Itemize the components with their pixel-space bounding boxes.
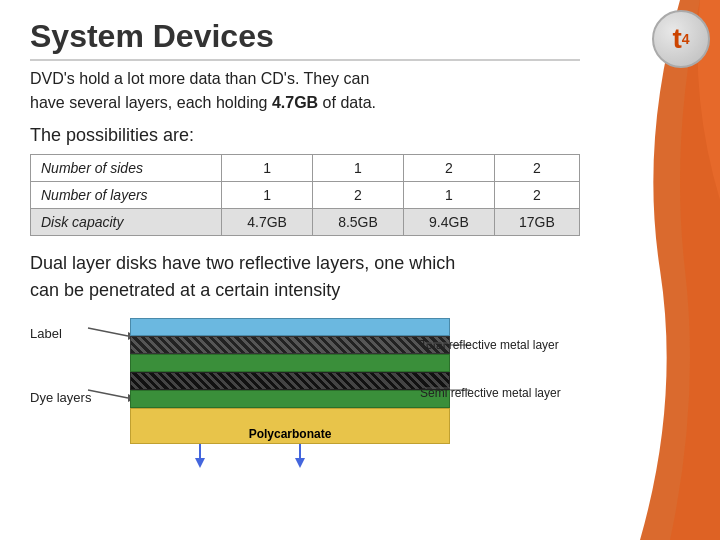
layer-label [130, 318, 450, 336]
table-row-layers: Number of layers 1 2 1 2 [31, 182, 580, 209]
row-sides-col2: 1 [313, 155, 404, 182]
logo-text: t [672, 23, 681, 55]
row-layers-col3: 1 [403, 182, 494, 209]
right-label-total: Total reflective metal layer [420, 338, 580, 352]
intro-bold: 4.7GB [272, 94, 318, 111]
possibilities-heading: The possibilities are: [30, 125, 580, 146]
intro-line2end: of data. [318, 94, 376, 111]
layer-semi-reflective [130, 372, 450, 390]
row-layers-col4: 2 [494, 182, 579, 209]
intro-line1: DVD's hold a lot more data than CD's. Th… [30, 70, 369, 87]
row-sides-col4: 2 [494, 155, 579, 182]
table-row-sides: Number of sides 1 1 2 2 [31, 155, 580, 182]
svg-line-0 [88, 328, 128, 336]
row-sides-col1: 1 [222, 155, 313, 182]
capacity-table: Number of sides 1 1 2 2 Number of layers… [30, 154, 580, 236]
row-capacity-label: Disk capacity [31, 209, 222, 236]
dye-arrow-svg [78, 370, 138, 430]
row-sides-label: Number of sides [31, 155, 222, 182]
intro-paragraph: DVD's hold a lot more data than CD's. Th… [30, 67, 580, 115]
layer-polycarbonate: Polycarbonate [130, 408, 450, 444]
row-sides-col3: 2 [403, 155, 494, 182]
page-title: System Devices [30, 18, 580, 61]
dual-layer-line2: can be penetrated at a certain intensity [30, 280, 340, 300]
intro-line2: have several layers, each holding [30, 94, 272, 111]
dual-layer-paragraph: Dual layer disks have two reflective lay… [30, 250, 580, 304]
svg-marker-7 [295, 458, 305, 468]
label-arrow-svg [78, 318, 138, 378]
layer-dye2 [130, 390, 450, 408]
right-label-semi: Semi reflective metal layer [420, 386, 580, 400]
dual-layer-line1: Dual layer disks have two reflective lay… [30, 253, 455, 273]
table-row-capacity: Disk capacity 4.7GB 8.5GB 9.4GB 17GB [31, 209, 580, 236]
polycarbonate-label: Polycarbonate [249, 427, 332, 441]
layers-stack: Polycarbonate [130, 318, 450, 444]
logo: t4 [652, 10, 710, 68]
diagram-label-label: Label [30, 326, 62, 341]
layer-total-reflective [130, 336, 450, 354]
layer-dye1 [130, 354, 450, 372]
svg-marker-5 [195, 458, 205, 468]
row-capacity-col4: 17GB [494, 209, 579, 236]
row-capacity-col2: 8.5GB [313, 209, 404, 236]
right-labels-svg [450, 318, 670, 438]
dvd-layer-diagram: Label Dye layers [30, 318, 580, 478]
logo-superscript: 4 [682, 31, 690, 47]
row-capacity-col1: 4.7GB [222, 209, 313, 236]
row-capacity-col3: 9.4GB [403, 209, 494, 236]
svg-line-2 [88, 390, 128, 398]
row-layers-col1: 1 [222, 182, 313, 209]
row-layers-label: Number of layers [31, 182, 222, 209]
row-layers-col2: 2 [313, 182, 404, 209]
